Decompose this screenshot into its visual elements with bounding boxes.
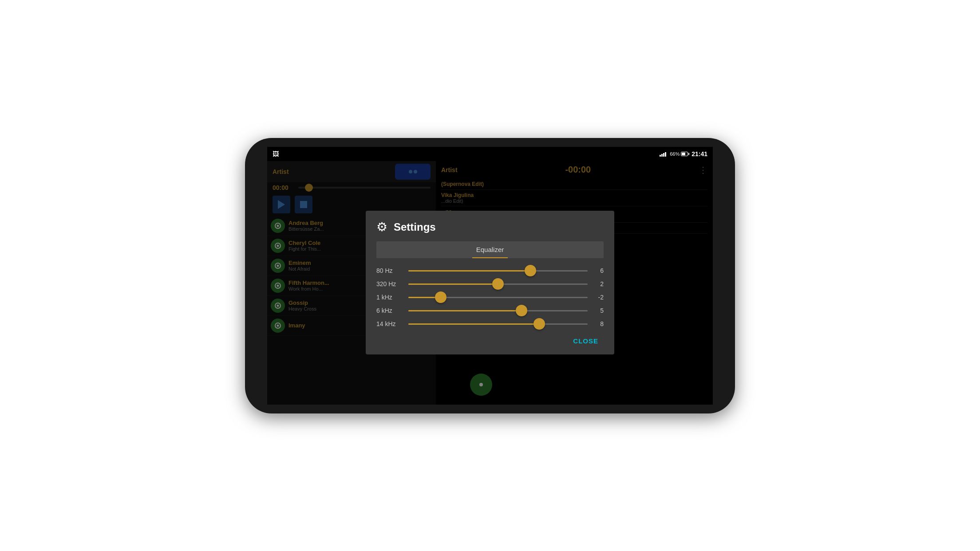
eq-row-320hz: 320 Hz 2 xyxy=(376,280,604,287)
eq-slider-6khz[interactable] xyxy=(408,310,588,311)
settings-dialog: ⚙ Settings Equalizer 80 Hz 6 xyxy=(366,211,614,354)
status-right: 66% 21:41 xyxy=(660,150,707,157)
eq-slider-80hz[interactable] xyxy=(408,270,588,272)
eq-label-6khz: 6 kHz xyxy=(376,307,403,314)
eq-row-6khz: 6 kHz 5 xyxy=(376,307,604,314)
signal-icon xyxy=(660,151,666,157)
app-content: Artist 00:00 xyxy=(267,161,713,405)
eq-label-320hz: 320 Hz xyxy=(376,280,403,287)
close-button[interactable]: CLOSE xyxy=(568,335,604,347)
battery-indicator: 66% xyxy=(670,151,688,157)
eq-value-80hz: 6 xyxy=(593,267,604,274)
eq-label-80hz: 80 Hz xyxy=(376,267,403,274)
battery-percent: 66% xyxy=(670,151,680,157)
eq-row-80hz: 80 Hz 6 xyxy=(376,267,604,274)
status-left: 🖼 xyxy=(273,150,279,157)
status-bar: 🖼 66% 21:41 xyxy=(267,147,713,161)
eq-value-320hz: 2 xyxy=(593,280,604,287)
tab-underline xyxy=(472,257,508,258)
battery-icon xyxy=(681,152,688,156)
dialog-footer: CLOSE xyxy=(376,335,604,347)
eq-row-1khz: 1 kHz -2 xyxy=(376,294,604,301)
dialog-header: ⚙ Settings xyxy=(376,220,604,234)
eq-label-14khz: 14 kHz xyxy=(376,320,403,327)
eq-row-14khz: 14 kHz 8 xyxy=(376,320,604,327)
eq-slider-1khz[interactable] xyxy=(408,297,588,298)
eq-value-1khz: -2 xyxy=(593,294,604,301)
eq-slider-14khz[interactable] xyxy=(408,323,588,325)
eq-value-14khz: 8 xyxy=(593,320,604,327)
eq-value-6khz: 5 xyxy=(593,307,604,314)
dialog-title: Settings xyxy=(394,221,436,233)
device: 🖼 66% 21:41 xyxy=(245,138,735,413)
gear-icon: ⚙ xyxy=(376,220,387,234)
status-time: 21:41 xyxy=(692,150,707,157)
image-icon: 🖼 xyxy=(273,150,279,157)
eq-slider-320hz[interactable] xyxy=(408,283,588,285)
screen: 🖼 66% 21:41 xyxy=(267,147,713,405)
tab-equalizer-label: Equalizer xyxy=(476,246,504,253)
eq-label-1khz: 1 kHz xyxy=(376,294,403,301)
tab-equalizer[interactable]: Equalizer xyxy=(376,241,604,258)
